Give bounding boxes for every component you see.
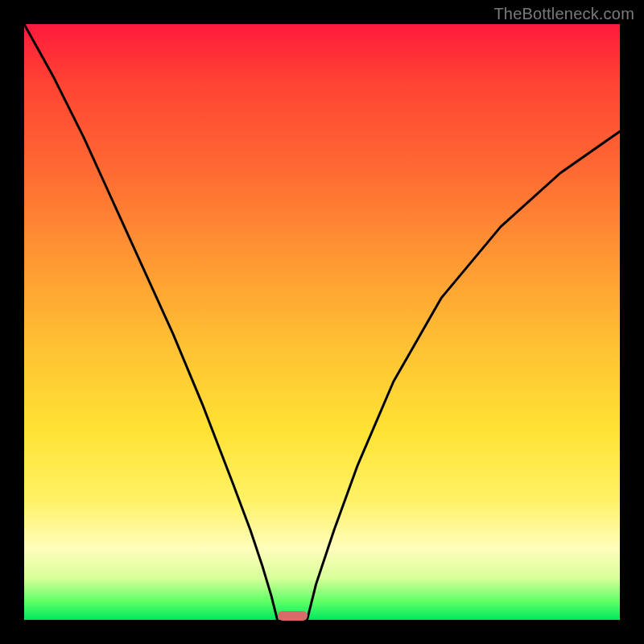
chart-frame: TheBottleneck.com — [0, 0, 644, 644]
bottleneck-marker — [278, 611, 308, 621]
watermark-text: TheBottleneck.com — [493, 5, 634, 23]
right-curve — [308, 131, 621, 620]
left-curve — [24, 24, 278, 620]
plot-area — [24, 24, 620, 620]
curve-layer — [24, 24, 620, 620]
